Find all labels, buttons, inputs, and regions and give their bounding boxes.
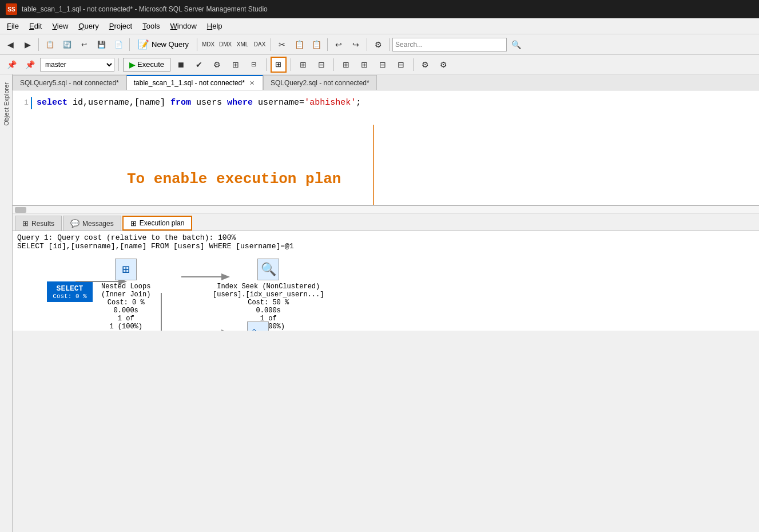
tab-bar: SQLQuery5.sql - not connected* table_sca… xyxy=(13,74,759,90)
menu-help[interactable]: Help xyxy=(202,20,227,32)
sql-from-keyword: from xyxy=(170,96,191,110)
toolbar-mdx2[interactable]: DMX xyxy=(217,37,233,53)
search-input[interactable] xyxy=(392,38,507,51)
separator3 xyxy=(197,38,197,51)
index-seek-time: 0.000s xyxy=(256,307,281,315)
key-lookup-node: 🗝 Key Lookup (Clustered) [users].[pk_use… xyxy=(213,321,303,331)
query-info-line2: SELECT [id],[username],[name] FROM [user… xyxy=(17,242,754,251)
menu-project[interactable]: Project xyxy=(105,20,137,32)
toolbar2-btn9[interactable]: ⊟ xyxy=(393,57,409,73)
object-explorer-sidebar: Object Explorer xyxy=(0,74,13,532)
object-explorer-label[interactable]: Object Explorer xyxy=(3,82,10,126)
index-seek-sublabel: [users].[idx_user_usern...] xyxy=(213,291,324,299)
toolbar-undo[interactable]: ↩ xyxy=(331,37,347,53)
scroll-bar[interactable] xyxy=(13,206,759,214)
sql-string-value: 'abhishek' xyxy=(304,96,356,110)
toolbar-copy[interactable]: 📋 xyxy=(291,37,307,53)
toolbar2: 📌 📌 master ▶ Execute ⏹ ✔ ⚙ ⊞ ⊟ ⊞ ⊞ ⊟ ⊞ ⊞… xyxy=(0,55,759,74)
database-selector[interactable]: master xyxy=(40,58,114,72)
tab-table-scan[interactable]: table_scan_1_1.sql - not connected* ✕ xyxy=(126,75,263,90)
menu-edit[interactable]: Edit xyxy=(25,20,46,32)
back-button[interactable]: ◀ xyxy=(2,37,18,53)
tab-table-scan-close[interactable]: ✕ xyxy=(248,80,256,87)
separator1 xyxy=(38,38,39,51)
nested-loops-icon: ⊞ xyxy=(115,259,137,280)
toolbar-xml[interactable]: XML xyxy=(235,37,251,53)
toolbar-btn3[interactable]: ↩ xyxy=(76,37,92,53)
nested-loops-node: ⊞ Nested Loops (Inner Join) Cost: 0 % 0.… xyxy=(101,259,150,331)
toolbar-dax[interactable]: DAX xyxy=(252,37,268,53)
results-icon: ⊞ xyxy=(22,219,29,228)
toolbar-cut[interactable]: ✂ xyxy=(274,37,290,53)
menu-file[interactable]: File xyxy=(2,20,23,32)
toolbar2-btn1[interactable]: ⚙ xyxy=(209,57,225,73)
new-query-icon: 📝 xyxy=(138,39,149,50)
toolbar2-btn2[interactable]: ⊞ xyxy=(228,57,244,73)
new-query-label: New Query xyxy=(152,40,189,49)
toolbar-properties[interactable]: ⚙ xyxy=(370,37,386,53)
select-node-label: SELECT xyxy=(57,284,84,293)
sql-table: users xyxy=(191,96,227,110)
main-area: Object Explorer SQLQuery5.sql - not conn… xyxy=(0,74,759,532)
sql-columns: id,username,[name] xyxy=(67,96,170,110)
exec-plan-diagram[interactable]: SELECT Cost: 0 % xyxy=(13,253,759,331)
toolbar2-btn10[interactable]: ⚙ xyxy=(418,57,434,73)
toolbar2-btn8[interactable]: ⊟ xyxy=(375,57,391,73)
tab-table-scan-label: table_scan_1_1.sql - not connected* xyxy=(134,79,245,87)
messages-icon: 💬 xyxy=(70,219,80,228)
results-tab-results[interactable]: ⊞ Results xyxy=(15,216,62,231)
toolbar-mdx1[interactable]: MDX xyxy=(200,37,216,53)
parse-button[interactable]: ✔ xyxy=(191,57,207,73)
results-tab-bar: ⊞ Results 💬 Messages ⊞ Execution plan xyxy=(13,214,759,231)
execute-button[interactable]: ▶ Execute xyxy=(123,58,170,72)
new-query-button[interactable]: 📝 New Query xyxy=(133,37,194,51)
toolbar2-btn7[interactable]: ⊞ xyxy=(356,57,372,73)
execution-plan-button[interactable]: ⊞ xyxy=(271,57,287,73)
code-editor[interactable]: 1 select id,username,[name] from users w… xyxy=(13,90,759,205)
toolbar2-pin[interactable]: 📌 xyxy=(3,57,19,73)
results-tab-execution-plan[interactable]: ⊞ Execution plan xyxy=(122,216,193,231)
toolbar1: ◀ ▶ 📋 🔄 ↩ 💾 📄 📝 New Query MDX DMX XML DA… xyxy=(0,34,759,55)
results-tab-label: Results xyxy=(31,220,54,228)
menu-tools[interactable]: Tools xyxy=(138,20,164,32)
key-lookup-icon: 🗝 xyxy=(247,321,269,331)
toolbar2-btn5[interactable]: ⊟ xyxy=(313,57,329,73)
forward-button[interactable]: ▶ xyxy=(19,37,35,53)
toolbar-redo[interactable]: ↪ xyxy=(348,37,364,53)
query-info: Query 1: Query cost (relative to the bat… xyxy=(13,231,759,253)
toolbar-paste[interactable]: 📋 xyxy=(308,37,324,53)
toolbar-btn5[interactable]: 📄 xyxy=(110,37,126,53)
separator4 xyxy=(271,38,271,51)
nested-loops-cost: Cost: 0 % xyxy=(108,299,145,307)
separator2 xyxy=(129,38,130,51)
toolbar2-btn6[interactable]: ⊞ xyxy=(338,57,354,73)
toolbar2-pin2[interactable]: 📌 xyxy=(22,57,38,73)
nested-loops-rows: 1 of xyxy=(118,315,134,323)
execute-label: Execute xyxy=(137,60,164,69)
toolbar2-btn3[interactable]: ⊟ xyxy=(246,57,262,73)
toolbar2-btn11[interactable]: ⚙ xyxy=(436,57,452,73)
search-button[interactable]: 🔍 xyxy=(508,37,524,53)
toolbar2-btn4[interactable]: ⊞ xyxy=(295,57,311,73)
toolbar-btn4[interactable]: 💾 xyxy=(93,37,109,53)
annotation-container: To enable execution plan xyxy=(218,125,341,188)
menu-window[interactable]: Window xyxy=(166,20,201,32)
nested-loops-time: 0.000s xyxy=(114,307,138,315)
menu-view[interactable]: View xyxy=(47,20,73,32)
menu-query[interactable]: Query xyxy=(74,20,103,32)
exec-plan-icon: ⊞ xyxy=(130,219,137,228)
separator8 xyxy=(118,58,119,71)
separator5 xyxy=(327,38,328,51)
tab-sqlquery2[interactable]: SQLQuery2.sql - not connected* xyxy=(263,75,377,90)
results-tab-messages[interactable]: 💬 Messages xyxy=(63,216,121,231)
tab-sqlquery5[interactable]: SQLQuery5.sql - not connected* xyxy=(13,75,126,90)
sql-semicolon: ; xyxy=(356,96,361,110)
tab-sqlquery2-label: SQLQuery2.sql - not connected* xyxy=(271,79,369,87)
select-cost: Cost: 0 % xyxy=(53,293,86,300)
stop-button[interactable]: ⏹ xyxy=(173,57,189,73)
index-seek-icon: 🔍 xyxy=(257,259,279,280)
toolbar-btn1[interactable]: 📋 xyxy=(42,37,58,53)
execute-icon: ▶ xyxy=(129,60,136,69)
index-seek-label: Index Seek (NonClustered) xyxy=(217,283,320,291)
toolbar-btn2[interactable]: 🔄 xyxy=(59,37,75,53)
